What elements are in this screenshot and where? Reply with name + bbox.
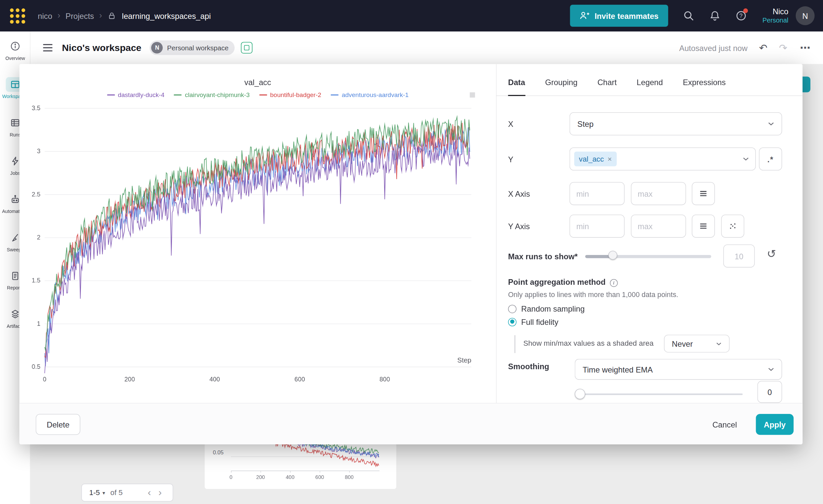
panel-editor-modal: val_acc dastardly-duck-4 clairvoyant-chi… <box>20 64 803 444</box>
y-axis-scatter-button[interactable] <box>721 215 745 238</box>
invite-teammates-label: Invite teammates <box>595 11 659 20</box>
y-field-label: Y <box>508 155 513 164</box>
smoothing-type-select[interactable]: Time weighted EMA <box>575 359 782 380</box>
radio-random-sampling[interactable]: Random sampling <box>508 304 585 313</box>
legend-swatch <box>107 94 115 96</box>
max-runs-input[interactable] <box>723 244 755 268</box>
breadcrumb-project[interactable]: learning_workspaces_api <box>122 11 211 20</box>
reset-icon[interactable]: ↺ <box>767 248 776 260</box>
wandb-logo-icon[interactable] <box>8 7 26 25</box>
pagination-prev-icon[interactable]: ‹ <box>144 487 155 498</box>
overflow-menu-icon[interactable]: ⋯ <box>800 41 810 54</box>
minmax-shaded-select[interactable]: Never <box>664 335 729 353</box>
overview-icon <box>6 39 24 53</box>
add-user-icon <box>580 11 590 21</box>
avatar-initial: N <box>802 11 808 20</box>
help-icon[interactable]: ? <box>735 10 747 21</box>
badge-label: Personal workspace <box>167 44 228 52</box>
cancel-button[interactable]: Cancel <box>704 414 746 435</box>
invite-teammates-button[interactable]: Invite teammates <box>570 5 668 27</box>
smoothing-type-value: Time weighted EMA <box>583 365 768 374</box>
panel-pagination: 1-5 ▾ of 5 ‹ › <box>81 484 173 502</box>
list-icon <box>699 189 708 198</box>
max-runs-label: Max runs to show* <box>508 252 578 261</box>
chevron-down-icon <box>768 367 774 371</box>
radio-label: Full fidelity <box>521 317 558 326</box>
pagination-range[interactable]: 1-5 <box>89 488 100 497</box>
undo-icon[interactable]: ↶ <box>759 42 767 54</box>
legend-item[interactable]: adventurous-aardvark-1 <box>331 91 408 99</box>
y-axis-settings-button[interactable] <box>692 215 715 238</box>
minmax-shaded-value: Never <box>672 339 716 348</box>
legend-swatch <box>331 94 339 96</box>
breadcrumb-user[interactable]: nico <box>38 11 52 20</box>
breadcrumb-separator-icon: › <box>58 11 60 21</box>
y-axis-max-input[interactable] <box>631 215 686 238</box>
y-metric-chip: val_acc × <box>574 152 617 166</box>
legend-item[interactable]: dastardly-duck-4 <box>107 91 164 99</box>
modal-footer: Delete Cancel Apply <box>20 403 803 444</box>
breadcrumb-separator-icon: › <box>99 11 102 21</box>
y-axis-min-input[interactable] <box>569 215 625 238</box>
notifications-bell-icon[interactable] <box>709 10 720 21</box>
panel-divider <box>496 64 497 403</box>
tab-chart[interactable]: Chart <box>597 77 617 96</box>
x-axis-label: X Axis <box>508 189 530 198</box>
chart-legend: dastardly-duck-4 clairvoyant-chipmunk-3 … <box>20 91 496 99</box>
radio-icon-checked <box>508 317 516 326</box>
legend-swatch <box>259 94 267 96</box>
smoothing-slider-track[interactable] <box>580 394 743 395</box>
pagination-next-icon[interactable]: › <box>155 487 165 498</box>
breadcrumb-projects[interactable]: Projects <box>65 11 94 20</box>
panel-action-icon[interactable] <box>470 92 475 98</box>
avatar[interactable]: N <box>796 6 815 25</box>
delete-button[interactable]: Delete <box>36 414 80 435</box>
legend-swatch <box>174 94 182 96</box>
aggregation-title-text: Point aggregation method <box>508 277 605 286</box>
chevron-down-icon <box>716 342 721 345</box>
notification-dot <box>743 8 748 13</box>
smoothing-amount-input[interactable]: 0 <box>758 381 782 403</box>
list-icon <box>699 222 708 231</box>
legend-run-name: dastardly-duck-4 <box>118 91 165 99</box>
minmax-shaded-label: Show min/max values as a shaded area <box>523 339 653 347</box>
radio-full-fidelity[interactable]: Full fidelity <box>508 317 558 326</box>
snapshot-icon[interactable] <box>241 42 253 54</box>
tab-grouping[interactable]: Grouping <box>545 77 578 96</box>
personal-workspace-badge[interactable]: N Personal workspace <box>150 40 235 55</box>
smoothing-amount-value: 0 <box>768 388 772 397</box>
regex-toggle-button[interactable]: .* <box>759 147 782 171</box>
tab-legend[interactable]: Legend <box>637 77 663 96</box>
legend-item[interactable]: clairvoyant-chipmunk-3 <box>174 91 250 99</box>
user-info[interactable]: Nico Personal <box>762 7 788 24</box>
info-icon[interactable]: i <box>610 279 618 287</box>
badge-avatar: N <box>151 42 163 54</box>
smoothing-slider-thumb[interactable] <box>575 389 586 399</box>
x-metric-select[interactable]: Step <box>569 112 782 136</box>
search-icon[interactable] <box>682 10 694 21</box>
chevron-down-icon <box>743 157 749 161</box>
chart-title: val_acc <box>20 77 496 86</box>
app: nico › Projects › learning_workspaces_ap… <box>0 0 823 504</box>
aggregation-note: Only applies to lines with more than 1,0… <box>508 291 678 299</box>
lock-icon <box>107 11 117 21</box>
menu-icon[interactable] <box>43 44 53 51</box>
remove-chip-icon[interactable]: × <box>608 155 612 163</box>
y-metric-multiselect[interactable]: val_acc × <box>569 147 756 171</box>
max-runs-slider-thumb[interactable] <box>608 251 617 260</box>
tab-data[interactable]: Data <box>508 77 525 96</box>
sidebar-item-label: Runs <box>10 132 21 138</box>
legend-run-name: bountiful-badger-2 <box>270 91 321 99</box>
account-type: Personal <box>762 17 788 25</box>
legend-item[interactable]: bountiful-badger-2 <box>259 91 321 99</box>
apply-button[interactable]: Apply <box>756 414 794 435</box>
x-axis-max-input[interactable] <box>631 182 686 205</box>
radio-icon <box>508 305 516 313</box>
x-axis-settings-button[interactable] <box>692 182 715 205</box>
redo-icon[interactable]: ↷ <box>779 42 787 54</box>
x-axis-min-input[interactable] <box>569 182 625 205</box>
val-acc-chart[interactable] <box>31 102 483 396</box>
sidebar-item-label: Jobs <box>10 171 20 176</box>
y-axis-label: Y Axis <box>508 222 530 231</box>
tab-expressions[interactable]: Expressions <box>683 77 725 96</box>
